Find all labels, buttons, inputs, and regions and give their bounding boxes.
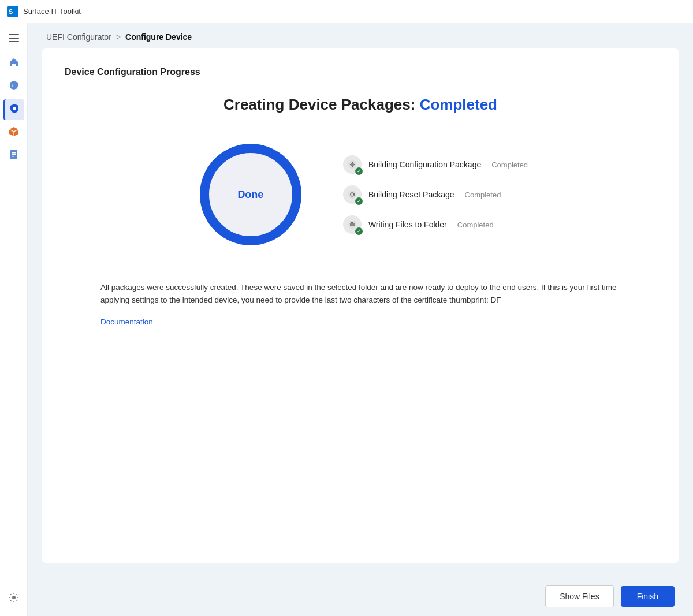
sidebar-item-settings[interactable]: [3, 588, 24, 609]
task-icon-2: [343, 215, 362, 234]
task-icon-0: [343, 155, 362, 174]
sidebar-item-home[interactable]: [3, 53, 24, 74]
task-name-0: Building Configuration Package: [368, 160, 481, 169]
svg-rect-7: [12, 152, 16, 154]
finish-button[interactable]: Finish: [621, 586, 675, 607]
card-section-title: Device Configuration Progress: [65, 67, 656, 77]
package-icon: [9, 126, 19, 140]
hamburger-button[interactable]: [3, 28, 24, 48]
svg-rect-8: [12, 154, 16, 155]
task-check-badge-2: [355, 227, 363, 235]
main-heading-prefix: Creating Device Packages:: [223, 96, 420, 113]
task-item-0: Building Configuration Package Completed: [343, 155, 528, 174]
main-heading: Creating Device Packages: Completed: [223, 96, 497, 114]
main-card: Device Configuration Progress Creating D…: [42, 48, 679, 563]
info-text-section: All packages were successfully created. …: [100, 281, 620, 327]
app-icon: S: [7, 6, 18, 17]
hamburger-line-1: [9, 34, 19, 35]
svg-rect-21: [351, 222, 353, 223]
hamburger-line-2: [9, 38, 19, 39]
titlebar: S Surface IT Toolkit: [0, 0, 693, 23]
svg-rect-9: [12, 156, 14, 157]
svg-point-3: [13, 107, 16, 110]
documentation-link[interactable]: Documentation: [100, 318, 153, 326]
task-status-2: Completed: [457, 221, 494, 229]
progress-section: Creating Device Packages: Completed Done: [65, 96, 656, 336]
task-name-1: Building Reset Package: [368, 190, 454, 199]
breadcrumb-parent[interactable]: UEFI Configurator: [46, 32, 111, 42]
content-area: UEFI Configurator > Configure Device Dev…: [28, 23, 693, 616]
report-icon: [9, 150, 19, 163]
home-icon: [9, 57, 19, 70]
task-name-2: Writing Files to Folder: [368, 220, 447, 229]
sidebar-nav: i: [3, 53, 24, 588]
bottom-bar: Show Files Finish: [28, 577, 693, 616]
gear-icon: [9, 592, 19, 606]
task-check-badge-1: [355, 197, 363, 205]
sidebar-bottom: [3, 588, 24, 616]
sidebar: i: [0, 23, 28, 616]
task-icon-1: [343, 185, 362, 204]
show-files-button[interactable]: Show Files: [545, 585, 613, 607]
task-status-1: Completed: [465, 191, 501, 199]
shield-active-icon: [9, 103, 20, 117]
task-check-badge-0: [355, 167, 363, 175]
main-layout: i: [0, 23, 693, 616]
sidebar-item-shield1[interactable]: i: [3, 76, 24, 97]
shield-icon-1: i: [9, 80, 19, 94]
breadcrumb: UEFI Configurator > Configure Device: [28, 23, 693, 48]
task-list: Building Configuration Package Completed: [343, 155, 528, 234]
svg-point-16: [351, 163, 354, 166]
breadcrumb-separator: >: [116, 32, 121, 42]
svg-text:S: S: [9, 8, 13, 15]
sidebar-item-package[interactable]: [3, 122, 24, 143]
progress-circle: Done: [193, 137, 308, 252]
sidebar-item-uefi[interactable]: [3, 99, 24, 120]
main-heading-status: Completed: [420, 96, 497, 113]
info-text: All packages were successfully created. …: [100, 281, 620, 306]
task-item-1: Building Reset Package Completed: [343, 185, 528, 204]
app-title: Surface IT Toolkit: [23, 7, 81, 16]
sidebar-item-report[interactable]: [3, 145, 24, 166]
svg-point-10: [12, 596, 16, 599]
task-status-0: Completed: [491, 160, 528, 169]
circle-center-label: Done: [237, 189, 263, 201]
breadcrumb-current: Configure Device: [125, 32, 192, 42]
task-item-2: Writing Files to Folder Completed: [343, 215, 528, 234]
circle-tasks-row: Done: [193, 137, 528, 252]
hamburger-line-3: [9, 41, 19, 42]
